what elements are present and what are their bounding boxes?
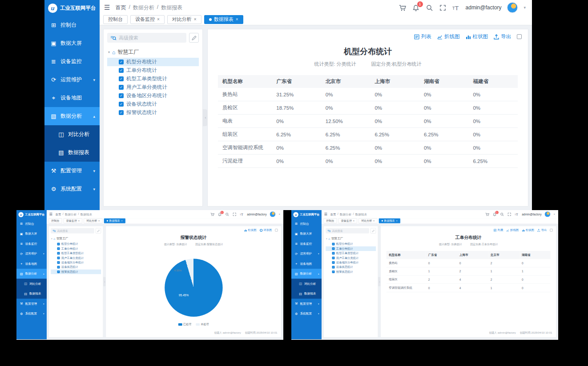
tab-close-icon[interactable]: ×: [98, 219, 100, 222]
tree-item[interactable]: ✓ 机型分布统计: [51, 242, 101, 246]
sidebar-item[interactable]: ⚒ 配置管理 ▾: [291, 298, 322, 308]
list-view-button[interactable]: 列表: [414, 33, 431, 40]
menu-toggle-icon[interactable]: ☰: [324, 212, 327, 216]
checkbox-icon[interactable]: ✓: [332, 261, 335, 264]
sidebar-item[interactable]: ◫ 对比分析: [16, 279, 47, 289]
user-email[interactable]: admin@factory: [522, 212, 541, 216]
user-menu-caret-icon[interactable]: ▾: [554, 213, 555, 215]
user-avatar[interactable]: [507, 2, 518, 13]
legend-item[interactable]: 已处理: [178, 322, 192, 326]
advanced-search-input[interactable]: 高级搜索: [326, 228, 369, 234]
export-button[interactable]: 导出: [494, 33, 511, 40]
tree-item[interactable]: ✓ 机型分布统计: [326, 242, 376, 246]
search-icon[interactable]: [426, 4, 433, 12]
font-size-icon[interactable]: [515, 212, 519, 216]
user-menu-caret-icon[interactable]: ▾: [279, 213, 280, 215]
tab[interactable]: 对比分析 ×: [358, 218, 377, 223]
checkbox-icon[interactable]: ✓: [332, 247, 335, 250]
tab-close-icon[interactable]: ×: [78, 219, 80, 222]
tree-caret-icon[interactable]: ▾: [51, 238, 52, 240]
checkbox-icon[interactable]: ✓: [119, 110, 124, 115]
sidebar-item[interactable]: ◫ 对比分析: [291, 279, 322, 289]
user-menu-caret-icon[interactable]: ▾: [524, 5, 526, 10]
tree-item[interactable]: ✓ 工单分布统计: [107, 66, 199, 75]
user-avatar[interactable]: [270, 211, 276, 217]
tree-item[interactable]: ✓ 报警状态统计: [107, 108, 199, 117]
edit-button[interactable]: [189, 33, 199, 43]
list-view-button[interactable]: 列表: [494, 228, 503, 232]
cart-icon[interactable]: [485, 212, 489, 216]
sidebar-item[interactable]: ▤ 数据报表: [16, 289, 47, 298]
edit-button[interactable]: [371, 228, 376, 234]
tree-item[interactable]: ✓ 设备状态统计: [107, 100, 199, 108]
tab[interactable]: 对比分析 ×: [84, 218, 102, 223]
checkbox-icon[interactable]: ✓: [57, 271, 60, 273]
ring-chart-button[interactable]: 环形图: [260, 228, 272, 232]
tree-item[interactable]: ✓ 设备状态统计: [326, 265, 376, 269]
checkbox-icon[interactable]: ✓: [119, 60, 124, 64]
tree-item[interactable]: ✓ 用户工单分类统计: [51, 255, 101, 260]
edit-button[interactable]: [96, 228, 101, 234]
checkbox-icon[interactable]: ✓: [119, 76, 124, 81]
tab-close-icon[interactable]: ×: [194, 17, 197, 22]
search-icon[interactable]: [225, 212, 229, 216]
checkbox-icon[interactable]: ✓: [57, 247, 60, 250]
tree-item[interactable]: ✓ 机型工单类型统计: [51, 251, 101, 255]
checkbox-icon[interactable]: ✓: [119, 102, 124, 107]
checkbox-icon[interactable]: ✓: [57, 266, 60, 268]
sidebar-item[interactable]: ◫ 对比分析: [44, 125, 100, 143]
font-size-icon[interactable]: [452, 4, 460, 12]
sidebar-item[interactable]: ⚒ 配置管理 ▾: [16, 298, 47, 308]
tab[interactable]: 设备监控 ×: [130, 15, 165, 24]
user-email[interactable]: admin@factory: [466, 4, 502, 11]
fullscreen-icon[interactable]: [439, 4, 447, 12]
font-size-icon[interactable]: [240, 212, 244, 216]
tab[interactable]: 控制台 ×: [48, 218, 62, 223]
tree-item[interactable]: ✓ 工单分布统计: [326, 247, 376, 251]
tab[interactable]: 设备监控 ×: [64, 218, 82, 223]
tree-item[interactable]: ✓ 设备地区分布统计: [51, 260, 101, 265]
menu-toggle-icon[interactable]: ☰: [104, 4, 110, 12]
pie-chart[interactable]: 4.55% 95.45%: [165, 259, 222, 317]
advanced-search-input[interactable]: 高级搜索: [107, 33, 186, 43]
tree-item[interactable]: ✓ 用户工单分类统计: [107, 83, 199, 92]
tab[interactable]: 数据报表 ×: [379, 218, 400, 223]
checkbox-icon[interactable]: ✓: [119, 68, 124, 73]
sidebar-item[interactable]: ≣ 设备监控: [44, 52, 100, 71]
tree-item[interactable]: ✓ 设备状态统计: [51, 265, 101, 269]
sidebar-item[interactable]: ⚙ 系统配置 ▾: [44, 180, 100, 198]
tree-item[interactable]: ✓ 工单分布统计: [51, 247, 101, 251]
sidebar-item[interactable]: ⟳ 运营维护 ▾: [291, 249, 322, 259]
checkbox-icon[interactable]: ✓: [57, 257, 60, 259]
advanced-search-input[interactable]: 高级搜索: [51, 228, 94, 234]
tab-close-icon[interactable]: ×: [396, 219, 397, 222]
sidebar-item[interactable]: ▣ 数据大屏: [16, 229, 47, 239]
sidebar-item[interactable]: ⌖ 设备地图: [16, 259, 47, 269]
fullscreen-icon[interactable]: [507, 212, 511, 216]
tree-caret-icon[interactable]: ▾: [326, 238, 327, 240]
checkbox-icon[interactable]: ✓: [332, 257, 335, 259]
tree-root[interactable]: ▾ ⌂ 智慧工厂: [51, 237, 101, 241]
user-avatar[interactable]: [545, 211, 551, 217]
tree-item[interactable]: ✓ 机型工单类型统计: [326, 251, 376, 255]
search-icon[interactable]: [500, 212, 504, 216]
sidebar-item[interactable]: ⚒ 配置管理 ▾: [44, 162, 100, 180]
tree-item[interactable]: ✓ 机型分布统计: [107, 58, 199, 66]
line-chart-button[interactable]: 折线图: [437, 33, 460, 40]
sidebar-item[interactable]: ▧ 数据分析 ▴: [16, 269, 47, 278]
tree-item[interactable]: ✓ 用户工单分类统计: [326, 255, 376, 260]
tree-item[interactable]: ✓ 机型工单类型统计: [107, 75, 199, 83]
tree-root[interactable]: ▾ ⌂ 智慧工厂: [326, 237, 376, 241]
open-window-icon[interactable]: [275, 229, 278, 231]
checkbox-icon[interactable]: ✓: [119, 85, 124, 90]
tab-close-icon[interactable]: ×: [373, 219, 375, 222]
checkbox-icon[interactable]: ✓: [57, 243, 60, 245]
tree-caret-icon[interactable]: ▾: [108, 50, 110, 54]
cart-icon[interactable]: [399, 4, 407, 12]
menu-toggle-icon[interactable]: ☰: [49, 212, 52, 216]
sidebar-item[interactable]: ⊞ 控制台: [44, 16, 100, 34]
tab[interactable]: 数据报表 ×: [104, 218, 125, 223]
checkbox-icon[interactable]: ✓: [332, 252, 335, 255]
sidebar-item[interactable]: ⚙ 系统配置 ▾: [16, 309, 47, 318]
export-button[interactable]: 导出: [537, 228, 547, 232]
